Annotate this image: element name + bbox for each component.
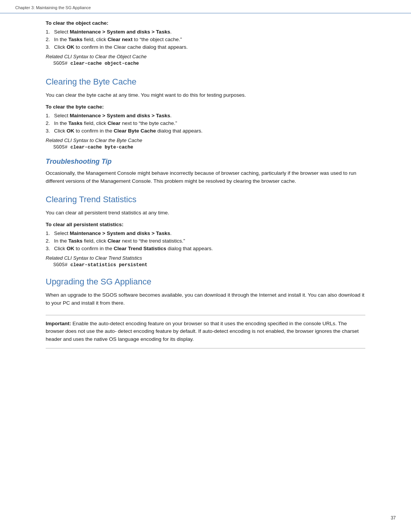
cli-prefix: SGOS# xyxy=(53,61,70,66)
byte-cache-body: You can clear the byte cache at any time… xyxy=(46,91,365,99)
cli-command: clear-cache object-cache xyxy=(70,61,139,66)
step-num: 2. xyxy=(46,120,50,126)
cli-prefix: SGOS# xyxy=(53,145,70,150)
byte-cache-step-1: 1. Select Maintenance > System and disks… xyxy=(46,113,365,118)
byte-cache-sub-heading: To clear the byte cache: xyxy=(46,104,365,110)
page-container: Chapter 3: Maintaining the SG Appliance … xyxy=(0,0,411,364)
step-num: 3. xyxy=(46,44,50,50)
content-area: To clear the object cache: 1. Select Mai… xyxy=(0,13,411,364)
step-num: 3. xyxy=(46,128,50,134)
object-cache-cli-label: Related CLI Syntax to Clear the Object C… xyxy=(46,54,365,59)
step-num: 2. xyxy=(46,37,50,42)
trend-stat-step-3: 3. Click OK to confirm in the Clear Tren… xyxy=(46,246,365,251)
cli-command: clear-statistics persistent xyxy=(70,262,148,268)
trend-statistics-cli-code: SGOS# clear-statistics persistent xyxy=(53,262,365,268)
page-number: 37 xyxy=(391,515,396,521)
byte-cache-heading: Clearing the Byte Cache xyxy=(46,77,365,87)
object-cache-step-3: 3. Click OK to confirm in the Clear cach… xyxy=(46,44,365,50)
object-cache-section: To clear the object cache: 1. Select Mai… xyxy=(46,20,365,66)
byte-cache-step-3: 3. Click OK to confirm in the Clear Byte… xyxy=(46,128,365,134)
important-label: Important: xyxy=(46,321,71,326)
important-text: Enable the auto-detect encoding feature … xyxy=(46,321,359,342)
upgrading-heading: Upgrading the SG Appliance xyxy=(46,277,365,287)
chapter-label: Chapter 3: Maintaining the SG Appliance xyxy=(15,5,91,10)
byte-cache-steps: 1. Select Maintenance > System and disks… xyxy=(46,113,365,134)
step-num: 1. xyxy=(46,230,50,236)
step-num: 1. xyxy=(46,113,50,118)
object-cache-cli-code: SGOS# clear-cache object-cache xyxy=(53,61,365,66)
object-cache-heading: To clear the object cache: xyxy=(46,20,365,26)
byte-cache-cli-label: Related CLI Syntax to Clear the Byte Cac… xyxy=(46,137,365,143)
trend-statistics-body: You can clear all persistent trend stati… xyxy=(46,209,365,217)
byte-cache-cli-code: SGOS# clear-cache byte-cache xyxy=(53,145,365,150)
object-cache-steps: 1. Select Maintenance > System and disks… xyxy=(46,29,365,50)
troubleshooting-body: Occasionally, the Management Console mig… xyxy=(46,169,365,185)
object-cache-step-1: 1. Select Maintenance > System and disks… xyxy=(46,29,365,35)
trend-statistics-cli-label: Related CLI Syntax to Clear Trend Statis… xyxy=(46,255,365,261)
step-num: 2. xyxy=(46,238,50,244)
troubleshooting-heading: Troubleshooting Tip xyxy=(46,158,365,166)
header-bar: Chapter 3: Maintaining the SG Appliance xyxy=(0,0,411,13)
object-cache-step-2: 2. In the Tasks field, click Clear next … xyxy=(46,37,365,42)
trend-statistics-heading: Clearing Trend Statistics xyxy=(46,195,365,204)
step-num: 3. xyxy=(46,246,50,251)
trend-stat-step-1: 1. Select Maintenance > System and disks… xyxy=(46,230,365,236)
step-num: 1. xyxy=(46,29,50,35)
cli-command: clear-cache byte-cache xyxy=(70,145,133,150)
important-box: Important: Enable the auto-detect encodi… xyxy=(46,315,365,349)
trend-stat-step-2: 2. In the Tasks field, click Clear next … xyxy=(46,238,365,244)
cli-prefix: SGOS# xyxy=(53,262,70,268)
trend-statistics-steps: 1. Select Maintenance > System and disks… xyxy=(46,230,365,251)
trend-statistics-sub-heading: To clear all persistent statistics: xyxy=(46,222,365,227)
upgrading-body: When an upgrade to the SGOS software bec… xyxy=(46,291,365,307)
byte-cache-step-2: 2. In the Tasks field, click Clear next … xyxy=(46,120,365,126)
